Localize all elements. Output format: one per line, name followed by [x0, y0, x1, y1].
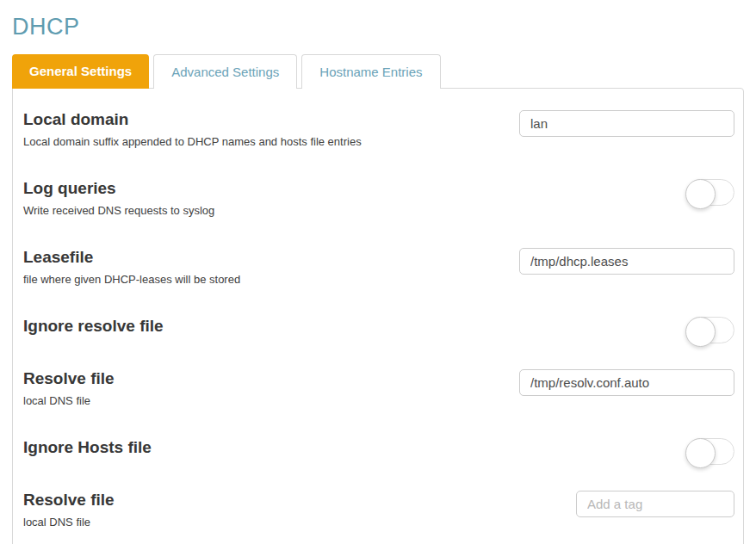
- tab-general-settings[interactable]: General Settings: [12, 54, 149, 89]
- toggle-knob: [685, 179, 716, 209]
- field-description: Write received DNS requests to syslog: [23, 204, 214, 217]
- field-row-log-queries: Log queries Write received DNS requests …: [23, 179, 734, 217]
- local-domain-input[interactable]: [519, 110, 734, 137]
- field-info: Ignore Hosts file: [23, 438, 152, 457]
- log-queries-toggle[interactable]: [687, 179, 734, 206]
- field-label-ignore-hosts-file: Ignore Hosts file: [23, 438, 152, 457]
- settings-card: Local domain Local domain suffix appende…: [12, 88, 744, 544]
- tab-bar: General Settings Advanced Settings Hostn…: [12, 54, 744, 89]
- resolve-file-input[interactable]: [519, 369, 734, 396]
- tab-advanced-settings[interactable]: Advanced Settings: [153, 54, 297, 89]
- field-description: local DNS file: [23, 394, 115, 407]
- toggle-knob: [685, 438, 716, 468]
- field-row-ignore-resolve-file: Ignore resolve file: [23, 317, 734, 343]
- resolve-file-tag-input[interactable]: [576, 491, 734, 517]
- field-info: Log queries Write received DNS requests …: [23, 179, 214, 217]
- ignore-resolve-file-toggle[interactable]: [687, 317, 734, 343]
- field-info: Ignore resolve file: [23, 317, 164, 336]
- field-info: Local domain Local domain suffix appende…: [23, 110, 362, 148]
- field-row-leasefile: Leasefile file where given DHCP-leases w…: [23, 248, 734, 286]
- field-description: local DNS file: [23, 516, 115, 529]
- field-label-log-queries: Log queries: [23, 179, 214, 198]
- ignore-hosts-file-toggle[interactable]: [687, 438, 734, 465]
- tab-hostname-entries[interactable]: Hostname Entries: [301, 54, 440, 89]
- field-label-local-domain: Local domain: [23, 110, 362, 129]
- field-info: Resolve file local DNS file: [23, 369, 115, 407]
- page-title: DHCP: [12, 14, 744, 40]
- field-description: Local domain suffix appended to DHCP nam…: [23, 135, 362, 148]
- field-label-resolve-file-tag: Resolve file: [23, 491, 115, 510]
- field-row-resolve-file: Resolve file local DNS file: [23, 369, 734, 407]
- dhcp-settings-page: DHCP General Settings Advanced Settings …: [0, 0, 756, 544]
- field-row-ignore-hosts-file: Ignore Hosts file: [23, 438, 734, 465]
- field-row-local-domain: Local domain Local domain suffix appende…: [23, 110, 734, 148]
- field-label-resolve-file: Resolve file: [23, 369, 115, 388]
- field-info: Leasefile file where given DHCP-leases w…: [23, 248, 240, 286]
- field-info: Resolve file local DNS file: [23, 491, 115, 529]
- toggle-knob: [685, 317, 716, 347]
- field-label-ignore-resolve-file: Ignore resolve file: [23, 317, 164, 336]
- leasefile-input[interactable]: [519, 248, 734, 275]
- field-description: file where given DHCP-leases will be sto…: [23, 273, 240, 286]
- field-row-resolve-file-tag: Resolve file local DNS file: [23, 491, 734, 529]
- field-label-leasefile: Leasefile: [23, 248, 240, 267]
